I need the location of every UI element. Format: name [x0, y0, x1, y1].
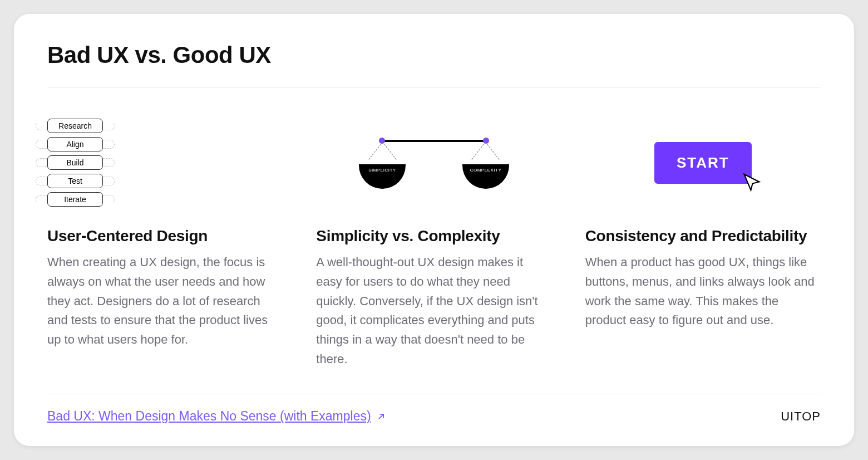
column-user-centered: Research Align Build Test Iterate User-C…: [47, 112, 283, 394]
column-consistency: START Consistency and Predictability Whe…: [585, 112, 821, 394]
process-stack-icon: Research Align Build Test Iterate: [47, 112, 283, 213]
brand-label: UITOP: [781, 409, 821, 424]
column-body: When a product has good UX, things like …: [585, 253, 821, 330]
column-heading: Simplicity vs. Complexity: [316, 227, 551, 245]
start-button-icon: START: [585, 112, 821, 213]
scale-label-left: SIMPLICITY: [359, 164, 406, 189]
page-title: Bad UX vs. Good UX: [47, 42, 821, 88]
info-card: Bad UX vs. Good UX Research Align Build …: [14, 14, 854, 446]
column-simplicity: SIMPLICITY COMPLEXITY Simplicity vs. Com…: [316, 112, 551, 394]
external-link-icon: [376, 411, 387, 422]
balance-scale-icon: SIMPLICITY COMPLEXITY: [316, 112, 551, 213]
step-pill: Test: [47, 174, 103, 188]
scale-label-right: COMPLEXITY: [462, 164, 509, 189]
column-body: A well-thought-out UX design makes it ea…: [316, 253, 551, 369]
columns: Research Align Build Test Iterate User-C…: [47, 88, 821, 394]
step-pill: Align: [47, 137, 103, 151]
column-heading: Consistency and Predictability: [585, 227, 821, 245]
card-footer: Bad UX: When Design Makes No Sense (with…: [47, 394, 821, 424]
step-pill: Research: [47, 119, 103, 133]
step-pill: Iterate: [47, 192, 103, 207]
step-pill: Build: [47, 155, 103, 170]
column-body: When creating a UX design, the focus is …: [47, 253, 283, 350]
cursor-icon: [742, 173, 762, 193]
source-link[interactable]: Bad UX: When Design Makes No Sense (with…: [47, 409, 387, 424]
source-link-text: Bad UX: When Design Makes No Sense (with…: [47, 409, 371, 424]
column-heading: User-Centered Design: [47, 227, 283, 245]
start-button-graphic: START: [654, 142, 752, 184]
